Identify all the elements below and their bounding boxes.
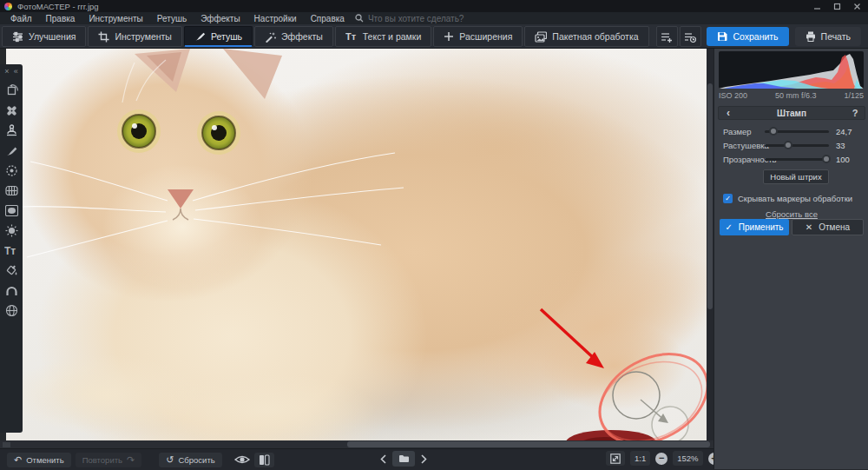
cancel-button[interactable]: ✕ Отмена — [792, 219, 864, 235]
histogram — [719, 51, 864, 89]
new-stroke-button[interactable]: Новый штрих — [763, 169, 829, 184]
print-button[interactable]: Печать — [795, 27, 861, 46]
panel-header: ‹ Штамп ? — [718, 106, 865, 120]
cat-photo — [6, 49, 710, 440]
svg-text:Tт: Tт — [4, 245, 16, 256]
menu-tools[interactable]: Инструменты — [82, 14, 149, 23]
feather-slider[interactable] — [765, 144, 829, 147]
before-after-icon — [259, 454, 270, 466]
size-slider[interactable] — [765, 130, 829, 133]
cancel-x-icon: ✕ — [806, 223, 812, 232]
exif-lens: 50 mm f/6.3 — [775, 91, 817, 100]
print-icon — [806, 31, 816, 42]
tab-text-frames[interactable]: Tт Текст и рамки — [335, 26, 432, 47]
tool-red-eye[interactable] — [3, 163, 20, 177]
tool-vignette[interactable] — [3, 203, 20, 217]
palette-collapse-icon[interactable]: « — [14, 67, 18, 76]
redo-button[interactable]: Повторить ↷ — [76, 453, 142, 467]
save-button[interactable]: Сохранить — [707, 27, 788, 46]
tool-curve[interactable] — [3, 283, 20, 297]
tab-enhancements[interactable]: Улучшения — [2, 26, 86, 47]
vertical-scrollbar-thumb[interactable] — [707, 83, 713, 309]
search-placeholder: Что вы хотите сделать? — [368, 14, 464, 23]
menu-retouch[interactable]: Ретушь — [150, 14, 194, 23]
tab-tools[interactable]: Инструменты — [88, 26, 181, 47]
tool-fill[interactable] — [3, 263, 20, 277]
batch-photos-icon — [535, 31, 547, 43]
tool-clone-stamp[interactable] — [3, 123, 20, 137]
slider-thumb[interactable] — [784, 141, 792, 149]
back-icon[interactable]: ‹ — [719, 108, 738, 118]
preset-history-icon[interactable] — [680, 26, 701, 47]
preview-original-button[interactable] — [234, 454, 250, 465]
tool-palette: × « Tт — [0, 64, 23, 433]
tool-brush[interactable] — [3, 143, 20, 157]
reset-all-link[interactable]: Сбросить все — [714, 209, 868, 219]
prev-photo-button[interactable] — [380, 454, 386, 464]
magic-wand-icon — [265, 31, 276, 43]
scrollbar-corner-button[interactable] — [3, 442, 10, 447]
right-panel: ISO 200 50 mm f/6.3 1/125 ‹ Штамп ? Разм… — [713, 49, 868, 470]
menu-settings[interactable]: Настройки — [247, 14, 304, 23]
horizontal-scrollbar[interactable] — [0, 440, 713, 448]
toolbar-right-group: Сохранить Печать — [707, 27, 861, 46]
open-folder-button[interactable] — [392, 451, 415, 467]
redo-icon: ↷ — [127, 455, 135, 465]
zoom-out-button[interactable]: − — [655, 453, 667, 465]
tool-brightness[interactable] — [3, 223, 20, 237]
slider-row-size: Размер 24,7 — [723, 125, 864, 137]
search-box[interactable]: Что вы хотите сделать? — [355, 14, 464, 23]
size-value: 24,7 — [836, 127, 864, 136]
tool-teeth-whitening[interactable] — [3, 183, 20, 197]
tool-mesh-warp[interactable] — [3, 303, 20, 317]
tab-effects[interactable]: Эффекты — [254, 26, 333, 47]
hide-markers-checkbox[interactable]: ✓ — [723, 194, 733, 203]
slider-thumb[interactable] — [769, 127, 778, 136]
zoom-level-value[interactable]: 152% — [673, 451, 702, 466]
menu-effects[interactable]: Эффекты — [194, 14, 247, 23]
undo-button[interactable]: ↶ Отменить — [7, 453, 71, 467]
before-after-button[interactable] — [254, 453, 274, 467]
menu-bar: Файл Правка Инструменты Ретушь Эффекты Н… — [0, 12, 868, 24]
next-photo-button[interactable] — [421, 454, 427, 464]
exif-shutter: 1/125 — [844, 91, 864, 100]
text-frames-icon: Tт — [345, 31, 358, 42]
brush-icon — [194, 30, 206, 42]
tool-text[interactable]: Tт — [3, 243, 20, 257]
opacity-slider[interactable] — [765, 158, 829, 161]
reset-button[interactable]: ↺ Сбросить — [159, 453, 221, 467]
title-bar: ФотоМАСТЕР - rrr.jpg — [0, 0, 868, 12]
add-preset-icon[interactable] — [656, 26, 678, 47]
actual-size-button[interactable]: 1:1 — [630, 451, 650, 466]
minimize-button[interactable] — [813, 3, 821, 10]
zoom-controls: 1:1 − 152% + — [606, 451, 720, 466]
horizontal-scrollbar-thumb[interactable] — [347, 441, 710, 447]
menu-file[interactable]: Файл — [3, 14, 39, 23]
crop-icon — [98, 31, 109, 43]
menu-help[interactable]: Справка — [304, 14, 352, 23]
help-icon[interactable]: ? — [845, 108, 865, 118]
photo-navigation — [380, 451, 427, 467]
slider-thumb[interactable] — [822, 155, 831, 163]
palette-close-icon[interactable]: × — [4, 67, 9, 76]
window-title: ФотоМАСТЕР - rrr.jpg — [17, 2, 99, 11]
tool-healing-patch[interactable] — [3, 103, 20, 117]
apply-button[interactable]: ✓ Применить — [720, 219, 789, 235]
fit-to-screen-button[interactable] — [606, 451, 625, 466]
cat-left-eye — [117, 109, 161, 153]
panel-title: Штамп — [738, 109, 845, 118]
hide-markers-row: ✓ Скрывать маркеры обработки — [723, 194, 852, 203]
tab-batch-processing[interactable]: Пакетная обработка — [524, 26, 648, 47]
vertical-scrollbar[interactable] — [707, 49, 713, 440]
slider-row-feather: Растушевка 33 — [723, 139, 864, 151]
adjust-sliders-icon — [12, 31, 23, 43]
tab-extensions[interactable]: Расширения — [433, 26, 523, 47]
close-button[interactable] — [853, 3, 861, 10]
check-icon: ✓ — [725, 222, 732, 232]
tab-retouch[interactable]: Ретушь — [184, 26, 253, 47]
maximize-button[interactable] — [833, 3, 841, 10]
hide-markers-label: Скрывать маркеры обработки — [738, 194, 852, 203]
tool-transform[interactable] — [3, 83, 20, 97]
photo-canvas[interactable] — [6, 49, 710, 440]
menu-edit[interactable]: Правка — [39, 14, 82, 23]
